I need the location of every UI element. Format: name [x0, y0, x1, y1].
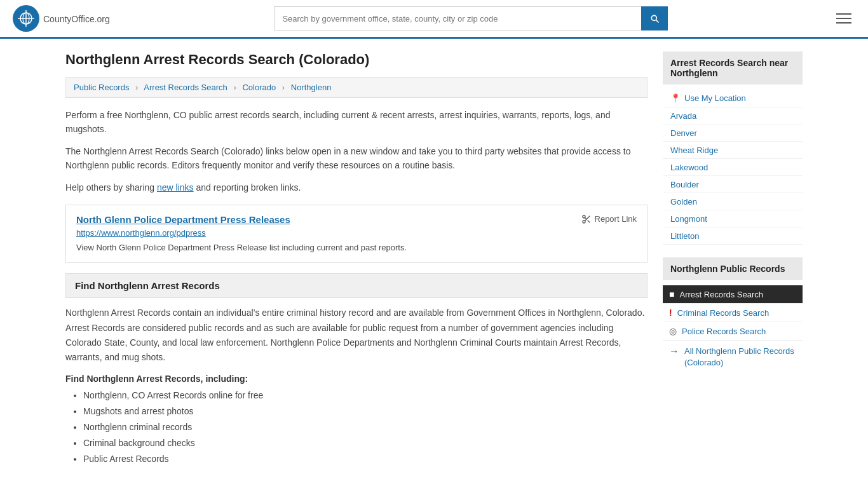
nearby-item-littleton: Littleton	[663, 227, 803, 245]
svg-point-5	[583, 215, 585, 218]
menu-bar-2	[836, 18, 851, 19]
public-records-item-police[interactable]: ◎ Police Records Search	[663, 322, 803, 341]
search-input[interactable]	[274, 6, 641, 30]
main-wrapper: Northglenn Arrest Records Search (Colora…	[53, 39, 815, 481]
list-item: Criminal background checks	[83, 437, 648, 450]
list-item: Mugshots and arrest photos	[83, 405, 648, 418]
nearby-link-longmont[interactable]: Longmont	[670, 214, 707, 224]
all-records-link[interactable]: All Northglenn Public Records (Colorado)	[684, 346, 796, 369]
link-card-description: View North Glenn Police Department Press…	[76, 241, 637, 254]
breadcrumb: Public Records › Arrest Records Search ›…	[65, 77, 648, 98]
list-item: Northglenn criminal records	[83, 421, 648, 434]
logo-text: CountyOffice.org	[43, 12, 110, 25]
svg-line-9	[585, 217, 587, 219]
list-item: Public Arrest Records	[83, 452, 648, 466]
link-card-url[interactable]: https://www.northglenn.org/pdpress	[76, 228, 637, 238]
all-records-arrow-icon: →	[669, 346, 679, 357]
find-section-body: Northglenn Arrest Records contain an ind…	[65, 306, 648, 364]
police-records-icon: ◎	[669, 326, 677, 336]
report-link-label: Report Link	[595, 214, 637, 224]
use-location-label: Use My Location	[684, 93, 746, 103]
nearby-section-title: Arrest Records Search near Northglenn	[663, 51, 803, 85]
nearby-link-boulder[interactable]: Boulder	[670, 180, 699, 189]
list-item: Northglenn, CO Arrest Records online for…	[83, 389, 648, 402]
nearby-item-arvada: Arvada	[663, 107, 803, 125]
public-records-section-title: Northglenn Public Records	[663, 257, 803, 280]
menu-button[interactable]	[832, 10, 855, 27]
menu-bar-1	[836, 13, 851, 15]
nearby-link-arvada[interactable]: Arvada	[670, 111, 696, 121]
nearby-link-lakewood[interactable]: Lakewood	[670, 163, 708, 172]
police-records-link[interactable]: Police Records Search	[682, 327, 766, 336]
report-link-button[interactable]: Report Link	[581, 214, 637, 224]
public-records-item-criminal[interactable]: ! Criminal Records Search	[663, 304, 803, 322]
all-records-link-area: → All Northglenn Public Records (Colorad…	[663, 341, 803, 374]
page-title: Northglenn Arrest Records Search (Colora…	[65, 51, 648, 68]
find-section: Find Northglenn Arrest Records Northglen…	[65, 273, 648, 465]
find-bullet-list: Northglenn, CO Arrest Records online for…	[65, 389, 648, 466]
find-list-header: Find Northglenn Arrest Records, includin…	[65, 374, 648, 384]
search-icon	[649, 13, 660, 24]
breadcrumb-sep-1: ›	[135, 83, 138, 92]
nearby-link-littleton[interactable]: Littleton	[670, 231, 700, 241]
description-2: The Northglenn Arrest Records Search (Co…	[65, 144, 648, 173]
description-3: Help others by sharing new links and rep…	[65, 180, 648, 194]
menu-bar-3	[836, 22, 851, 24]
find-section-header: Find Northglenn Arrest Records	[65, 273, 648, 298]
link-card: North Glenn Police Department Press Rele…	[65, 205, 648, 264]
breadcrumb-colorado[interactable]: Colorado	[242, 83, 276, 92]
arrest-records-link[interactable]: Arrest Records Search	[679, 290, 763, 299]
breadcrumb-public-records[interactable]: Public Records	[74, 83, 129, 92]
nearby-item-wheat-ridge: Wheat Ridge	[663, 142, 803, 159]
criminal-records-icon: !	[669, 308, 672, 318]
svg-point-6	[583, 220, 585, 223]
nearby-item-lakewood: Lakewood	[663, 159, 803, 176]
header: CountyOffice.org	[0, 0, 868, 39]
desc3-prefix: Help others by sharing	[65, 182, 157, 193]
breadcrumb-arrest-records[interactable]: Arrest Records Search	[144, 83, 227, 92]
breadcrumb-sep-3: ›	[282, 83, 285, 92]
nearby-item-longmont: Longmont	[663, 210, 803, 227]
nearby-item-golden: Golden	[663, 193, 803, 210]
logo-icon	[13, 5, 39, 32]
scissors-icon	[581, 214, 592, 224]
logo-name: CountyOffice	[43, 14, 95, 24]
nearby-list: Arvada Denver Wheat Ridge Lakewood Bould…	[663, 107, 803, 245]
search-area	[274, 6, 668, 30]
new-links-link[interactable]: new links	[157, 182, 194, 193]
logo-suffix: .org	[95, 14, 110, 24]
svg-line-8	[587, 220, 590, 223]
content: Northglenn Arrest Records Search (Colora…	[65, 51, 648, 468]
logo-area: CountyOffice.org	[13, 5, 110, 32]
search-button[interactable]	[641, 6, 668, 30]
link-card-title[interactable]: North Glenn Police Department Press Rele…	[76, 214, 290, 225]
nearby-link-denver[interactable]: Denver	[670, 128, 697, 138]
public-records-item-arrest[interactable]: ■ Arrest Records Search	[663, 285, 803, 304]
description-1: Perform a free Northglenn, CO public arr…	[65, 108, 648, 137]
location-pin-icon: 📍	[670, 93, 681, 103]
nearby-link-golden[interactable]: Golden	[670, 197, 697, 207]
sidebar: Arrest Records Search near Northglenn 📍 …	[663, 51, 803, 468]
nearby-link-wheat-ridge[interactable]: Wheat Ridge	[670, 146, 718, 155]
breadcrumb-sep-2: ›	[233, 83, 236, 92]
breadcrumb-northglenn[interactable]: Northglenn	[291, 83, 332, 92]
public-records-list: ■ Arrest Records Search ! Criminal Recor…	[663, 285, 803, 341]
criminal-records-link[interactable]: Criminal Records Search	[677, 308, 770, 318]
nearby-item-denver: Denver	[663, 125, 803, 142]
arrest-records-icon: ■	[669, 289, 674, 299]
nearby-item-boulder: Boulder	[663, 176, 803, 193]
use-location-button[interactable]: 📍 Use My Location	[663, 90, 803, 107]
link-card-header: North Glenn Police Department Press Rele…	[76, 214, 637, 225]
desc3-suffix: and reporting broken links.	[194, 182, 301, 193]
